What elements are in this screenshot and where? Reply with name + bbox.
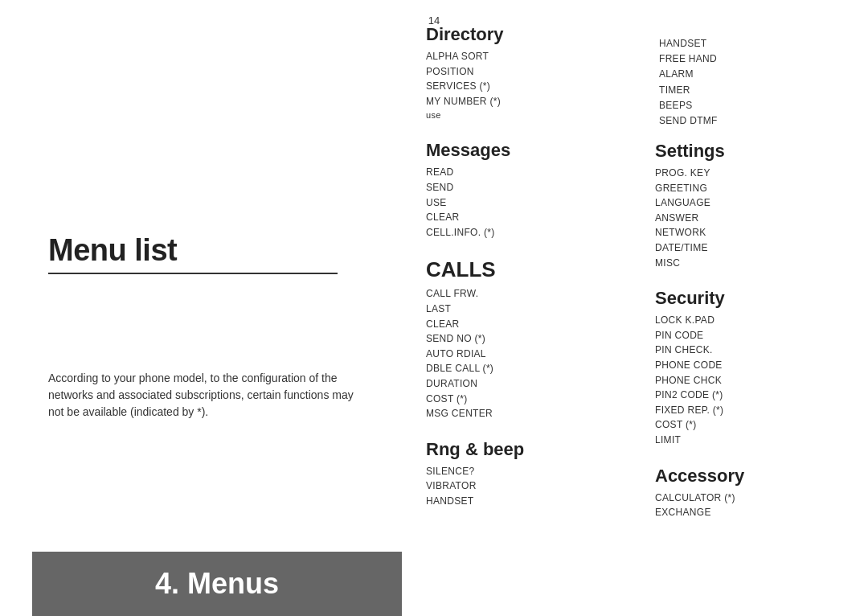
section-title-security: Security [655,288,860,309]
menu-column-1: Directory Alpha Sort Position Services (… [426,24,639,538]
section-directory: Directory Alpha Sort Position Services (… [426,24,631,122]
section-title-directory: Directory [426,24,631,45]
list-item: Pin Code [655,328,860,343]
section-accessory: Accessory Calculator (*) Exchange [655,466,860,520]
list-item: Clear [426,317,631,332]
list-item: Phone Code [655,358,860,373]
left-panel: Menu list According to your phone model,… [32,0,386,616]
list-item: Limit [655,433,860,448]
section-title-accessory: Accessory [655,466,860,487]
section-title-rng-beep: Rng & beep [426,439,631,460]
list-item: Language [655,195,860,211]
list-item: Silence? [426,464,631,479]
calls-items: Call Frw. Last Clear Send No (*) Auto Rd… [426,286,631,421]
list-item: Cost (*) [426,392,631,407]
list-item: Call Frw. [426,286,631,302]
accessory-items: Calculator (*) Exchange [655,491,860,520]
chapter-divider [48,273,338,274]
list-item: Phone Chck [655,373,860,388]
list-item: Services (*) [426,79,631,94]
list-item: Use [426,195,631,211]
section-title-messages: Messages [426,140,631,161]
section-title-settings: Settings [655,141,860,162]
list-item: Position [426,64,631,80]
list-item: Pin Check. [655,343,860,358]
list-item: Msg Center [426,406,631,421]
list-item: Network [655,225,860,240]
list-item: Handset [426,494,631,509]
list-item: Date/Time [655,240,860,256]
section-messages: Messages Read Send Use Clear Cell.Info. … [426,140,631,240]
list-item: Read [426,165,631,180]
right-panel: Directory Alpha Sort Position Services (… [426,24,868,538]
section-rng-beep: Rng & beep Silence? Vibrator Handset [426,439,631,509]
list-item: Duration [426,376,631,392]
list-item: Greeting [655,181,860,196]
bottom-banner: 4. Menus [32,552,402,616]
section-title-calls: CALLS [426,257,631,282]
list-item: Exchange [655,505,860,520]
section-settings: Settings Prog. Key Greeting Language Ans… [655,141,860,270]
directory-items: Alpha Sort Position Services (*) My Numb… [426,49,631,122]
rng-beep-items: Silence? Vibrator Handset [426,464,631,509]
settings-items: Prog. Key Greeting Language Answer Netwo… [655,166,860,270]
list-item: Lock K.Pad [655,313,860,328]
list-item: use [426,109,631,122]
list-item: Last [426,302,631,317]
list-item: Misc [655,256,860,271]
list-item: Dble Call (*) [426,361,631,376]
list-item: Clear [426,210,631,225]
list-item: Prog. Key [655,166,860,181]
messages-items: Read Send Use Clear Cell.Info. (*) [426,165,631,240]
list-item: Calculator (*) [655,491,860,506]
list-item: Pin2 Code (*) [655,388,860,403]
list-item: Send No (*) [426,331,631,347]
list-item: Vibrator [426,478,631,494]
chapter-description: According to your phone model, to the co… [48,370,354,421]
security-items: Lock K.Pad Pin Code Pin Check. Phone Cod… [655,313,860,447]
chapter-title: Menu list [48,233,338,268]
list-item: Cost (*) [655,417,860,433]
list-item: Auto Rdial [426,347,631,362]
list-item: Fixed Rep. (*) [655,403,860,418]
section-security: Security Lock K.Pad Pin Code Pin Check. … [655,288,860,447]
bottom-banner-label: 4. Menus [155,567,279,601]
chapter-heading: Menu list [48,233,338,274]
list-item: Cell.Info. (*) [426,225,631,240]
list-item: My Number (*) [426,94,631,109]
list-item: Alpha Sort [426,49,631,64]
menu-column-2: Settings Prog. Key Greeting Language Ans… [655,24,868,538]
list-item: Answer [655,211,860,226]
list-item: Send [426,180,631,195]
section-calls: CALLS Call Frw. Last Clear Send No (*) A… [426,257,631,421]
